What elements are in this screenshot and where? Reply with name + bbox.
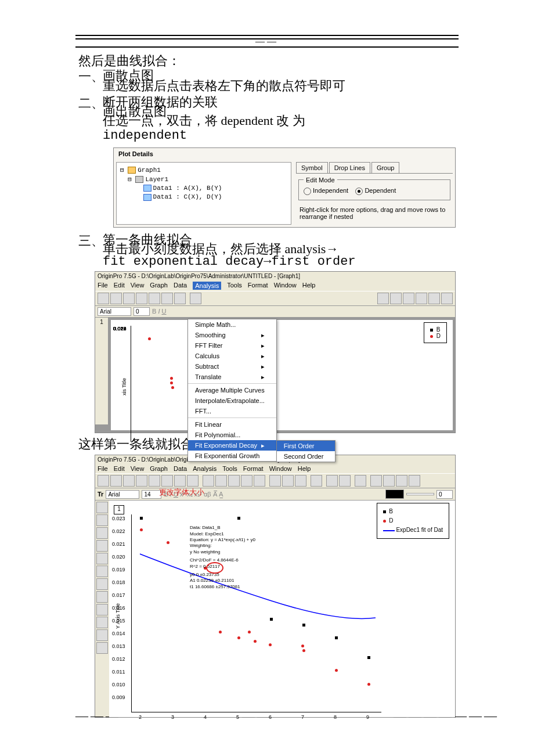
step-number-2: 二、 xyxy=(78,95,103,112)
origin-window-1: OriginPro 7.5G - D:\OriginLab\OriginPro7… xyxy=(95,271,456,433)
menu-graph[interactable]: Graph xyxy=(150,282,168,290)
origin-window-2: OriginPro 7.5G - D:\OriginLab\OriginPro7… xyxy=(95,455,456,718)
fit-info-box: Data: Data1_B Model: ExpDec1 Equation: y… xyxy=(190,525,255,590)
menu-subtract[interactable]: Subtract▸ xyxy=(188,361,276,372)
font-size-annotation: 更改字体大小 xyxy=(159,487,204,498)
menu-fit-exp-decay[interactable]: Fit Exponential Decay▸ First Order Secon… xyxy=(188,440,276,451)
menu-help[interactable]: Help xyxy=(302,282,316,290)
legend-1: B D xyxy=(424,322,447,343)
tab-group[interactable]: Group xyxy=(371,162,400,173)
tab-symbol[interactable]: Symbol xyxy=(296,162,328,173)
submenu-second-order[interactable]: Second Order xyxy=(277,451,335,462)
menu-file[interactable]: File xyxy=(98,282,108,290)
title-bar-1: OriginPro 7.5G - D:\OriginLab\OriginPro7… xyxy=(95,272,455,280)
legend-2: B D ExpDec1 fit of Dat xyxy=(377,503,449,539)
plot-details-tree[interactable]: ⊟ Graph1 ⊟ Layer1 Data1 : A(X), B(Y) Dat… xyxy=(116,162,291,225)
layer-button-2[interactable]: 1 xyxy=(114,505,124,514)
menu-fit-linear[interactable]: Fit Linear xyxy=(188,419,276,430)
analysis-dropdown: Simple Math... Smoothing▸ FFT Filter▸ Ca… xyxy=(187,319,277,462)
y-axis-label-1: xis Title xyxy=(121,378,127,395)
heading: 然后是曲线拟合： xyxy=(78,53,456,68)
plot-details-title: Plot Details xyxy=(114,148,455,160)
side-toolbar xyxy=(95,501,109,717)
menu-fit-exp-growth[interactable]: Fit Exponential Growth xyxy=(188,451,276,461)
tab-drop-lines[interactable]: Drop Lines xyxy=(329,162,370,173)
radio-independent[interactable] xyxy=(304,188,311,195)
chart-2: Y Axis Title 0.023 0.022 0.021 0.020 0.0… xyxy=(131,514,381,712)
plot-details-hint: Right-click for more options, drag and m… xyxy=(296,206,453,225)
menu-translate[interactable]: Translate▸ xyxy=(188,372,276,382)
menu-avg-curves[interactable]: Average Multiple Curves xyxy=(188,385,276,395)
menu-smoothing[interactable]: Smoothing▸ xyxy=(188,330,276,340)
menu-edit[interactable]: Edit xyxy=(114,282,125,290)
step2-line-b: 任选一点，双击，将 dependent 改 为 xyxy=(103,113,305,128)
fit-curve xyxy=(132,514,381,712)
dashes-top: —— xyxy=(23,36,511,46)
font-select-2[interactable]: Arial xyxy=(106,490,139,499)
menu-fft[interactable]: FFT... xyxy=(188,406,276,416)
menu-format[interactable]: Format xyxy=(248,282,268,290)
step-number-3: 三、 xyxy=(78,232,103,250)
menu-calculus[interactable]: Calculus▸ xyxy=(188,351,276,361)
menu-interpolate[interactable]: Interpolate/Extrapolate... xyxy=(188,395,276,406)
step-number-1: 一、 xyxy=(78,68,103,85)
toolbar-button[interactable] xyxy=(98,293,109,304)
submenu-first-order[interactable]: First Order xyxy=(277,441,335,451)
toolbar-2 xyxy=(95,473,455,488)
menu-simple-math[interactable]: Simple Math... xyxy=(188,319,276,330)
menu-view[interactable]: View xyxy=(131,282,145,290)
menu-analysis[interactable]: Analysis xyxy=(193,282,221,290)
menu-data[interactable]: Data xyxy=(174,282,187,290)
font-select-1[interactable]: Arial xyxy=(98,307,131,316)
menu-bar-1: File Edit View Graph Data Analysis Tools… xyxy=(95,280,455,291)
plot-details-dialog: Plot Details ⊟ Graph1 ⊟ Layer1 Data1 : A… xyxy=(113,147,456,228)
menu-bar-2: File Edit View Graph Data Analysis Tools… xyxy=(95,464,455,473)
step1-line-b: 重选数据后点击表格左下角的散点符号即可 xyxy=(103,78,345,93)
layer-button[interactable]: 1 xyxy=(95,318,109,424)
menu-window[interactable]: Window xyxy=(274,282,297,290)
radio-dependent[interactable] xyxy=(355,188,363,195)
menu-fit-poly[interactable]: Fit Polynomial... xyxy=(188,430,276,440)
step3-line-a: 单击最小刻度数据点，然后选择 analysis→ xyxy=(103,242,338,256)
toolbar-1 xyxy=(95,291,455,306)
menu-tools[interactable]: Tools xyxy=(227,282,242,290)
menu-fft-filter[interactable]: FFT Filter▸ xyxy=(188,340,276,351)
